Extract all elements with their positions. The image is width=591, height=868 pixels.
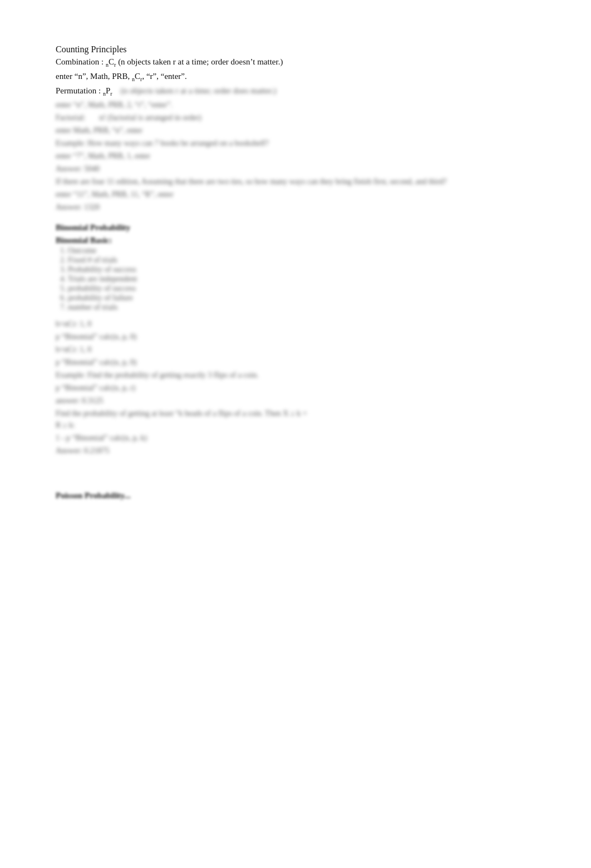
b-success-enter1: p “Binomial” calc(n, p, 0) <box>56 331 534 343</box>
answer-prob1: answer: 0.3125 <box>56 395 534 406</box>
permutation-label: Permutation <box>56 86 96 95</box>
permutation-extra: (n objects taken r at a time; order does… <box>114 86 276 95</box>
blurred-example2a: If there are four 11 edition, Assuming t… <box>56 176 534 187</box>
page-content: Counting Principles Combination : nCr (n… <box>56 44 534 500</box>
binomial-probability-title: Binomial Probability <box>56 223 534 232</box>
blurred-answer2: Answer: 1320 <box>56 201 534 213</box>
blurred-enter-example1: enter “7”, Math, PRB, 1, enter <box>56 150 534 162</box>
binomial-item-6: 6. probability of failure <box>60 294 534 302</box>
binomial-item-7: 7. number of trials <box>60 303 534 312</box>
combination-enter-text: enter “n”, Math, PRB, nCr, “r”, “enter”. <box>56 72 187 81</box>
b-success-enter2: p “Binomial” calc(n, p, 0) <box>56 356 534 368</box>
blurred-enter-example2: enter “11”, Math, PRB, 11, “R”, enter <box>56 189 534 200</box>
binomial-item-5: 5. probability of success <box>60 284 534 293</box>
b-success-line1: b=nCr: 1, 0 <box>56 318 534 330</box>
binomial-item-1: 1. Outcome <box>60 246 534 255</box>
combination-line: Combination : nCr (n objects taken r at … <box>56 56 534 69</box>
enter-prob2: 1 - p “Binomial” calc(n, p, k) <box>56 432 534 444</box>
combination-enter-line: enter “n”, Math, PRB, nCr, “r”, “enter”. <box>56 70 534 83</box>
binomial-basic-title: Binomial Basic: <box>56 236 534 245</box>
blurred-answer1: Answer: 5040 <box>56 163 534 175</box>
binomial-item-4: 4. Trials are independent <box>60 275 534 284</box>
combination-formula: : nCr (n objects taken r at a time; orde… <box>99 57 283 66</box>
binomial-item-2: 2. Fixed # of trials <box>60 256 534 265</box>
enter-prob1: p “Binomial” calc(n, p, r) <box>56 382 534 394</box>
permutation-line: Permutation : nPr (n objects taken r at … <box>56 85 534 98</box>
b-success-line2: b=nCr: 1, 0 <box>56 344 534 355</box>
blurred-enter-factorial: enter Math, PRB, “n”, enter <box>56 125 534 136</box>
blurred-example1: Example: How many ways can 7 books be ar… <box>56 137 534 149</box>
combination-label: Combination <box>56 57 99 66</box>
example-prob2: Find the probability of getting at least… <box>56 408 534 431</box>
blurred-factorial-label: Factorial: n! (factorial is arranged in … <box>56 112 534 123</box>
blurred-enter-permutation: enter “n”, Math, PRB, 2, “r”, “enter”. <box>56 99 534 111</box>
counting-principles-title: Counting Principles <box>56 44 534 54</box>
poisson-probability-title: Poisson Probability... <box>56 491 534 500</box>
permutation-formula: : nPr <box>96 86 112 95</box>
binomial-item-3: 3. Probability of success <box>60 265 534 274</box>
example-prob1: Example: Find the probability of getting… <box>56 369 534 381</box>
answer-prob2: Answer: 0.21875 <box>56 445 534 457</box>
